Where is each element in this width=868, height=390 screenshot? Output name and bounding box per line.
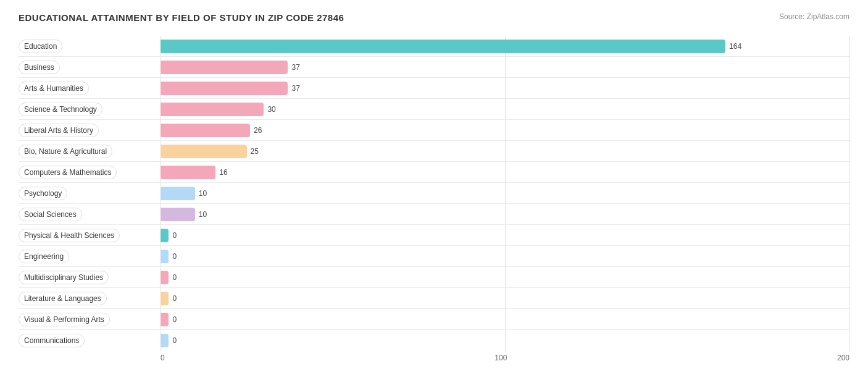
- bar-track: 26: [161, 124, 849, 137]
- bar-label: Arts & Humanities: [19, 82, 89, 95]
- bar-label: Social Sciences: [19, 208, 82, 221]
- bar-track: 0: [161, 271, 849, 284]
- bar-label: Psychology: [19, 187, 67, 200]
- x-ticks-area: 0 100 200: [161, 351, 849, 362]
- bar-fill: [161, 166, 215, 179]
- bar-value: 0: [172, 294, 177, 303]
- bar-fill: [161, 271, 169, 284]
- bar-track: 0: [161, 292, 849, 305]
- bar-value: 37: [291, 84, 299, 93]
- source-label: Source: ZipAtlas.com: [779, 12, 849, 21]
- label-container: Science & Technology: [19, 103, 161, 116]
- bar-fill: [161, 187, 195, 200]
- bar-value: 16: [219, 168, 227, 177]
- bar-track: 10: [161, 208, 849, 221]
- bar-fill: [161, 208, 195, 221]
- bar-track: 0: [161, 313, 849, 326]
- chart-area: Education164Business37Arts & Humanities3…: [19, 36, 849, 351]
- bar-value: 26: [254, 126, 262, 135]
- chart-container: EDUCATIONAL ATTAINMENT BY FIELD OF STUDY…: [19, 12, 849, 362]
- bar-track: 0: [161, 334, 849, 347]
- bar-fill: [161, 82, 288, 95]
- bar-fill: [161, 145, 247, 158]
- label-container: Engineering: [19, 250, 161, 263]
- bar-value: 25: [251, 147, 259, 156]
- bar-track: 16: [161, 166, 849, 179]
- bar-label: Bio, Nature & Agricultural: [19, 145, 112, 158]
- bar-label: Science & Technology: [19, 103, 102, 116]
- bar-track: 10: [161, 187, 849, 200]
- bar-row: Computers & Mathematics16: [19, 162, 849, 183]
- x-axis-container: 0 100 200: [19, 351, 849, 362]
- bar-fill: [161, 334, 169, 347]
- bar-fill: [161, 229, 169, 242]
- bar-row: Communications0: [19, 330, 849, 351]
- bar-value: 10: [199, 189, 207, 198]
- bar-row: Education164: [19, 36, 849, 57]
- bar-fill: [161, 124, 250, 137]
- bar-row: Engineering0: [19, 246, 849, 267]
- bar-fill: [161, 40, 725, 53]
- bar-track: 164: [161, 40, 849, 53]
- bar-track: 37: [161, 82, 849, 95]
- bar-value: 30: [267, 105, 275, 114]
- x-tick-labels: 0 100 200: [161, 351, 849, 362]
- bar-row: Psychology10: [19, 183, 849, 204]
- label-container: Physical & Health Sciences: [19, 229, 161, 242]
- bar-track: 37: [161, 61, 849, 74]
- bar-value: 0: [172, 231, 177, 240]
- label-container: Computers & Mathematics: [19, 166, 161, 179]
- bar-label: Liberal Arts & History: [19, 124, 99, 137]
- bar-label: Multidisciplinary Studies: [19, 271, 109, 284]
- bar-value: 0: [172, 336, 177, 345]
- bar-track: 30: [161, 103, 849, 116]
- bar-row: Multidisciplinary Studies0: [19, 267, 849, 288]
- bar-row: Liberal Arts & History26: [19, 120, 849, 141]
- bar-value: 164: [729, 42, 741, 51]
- bar-fill: [161, 61, 288, 74]
- label-container: Bio, Nature & Agricultural: [19, 145, 161, 158]
- bar-row: Visual & Performing Arts0: [19, 309, 849, 330]
- label-container: Business: [19, 61, 161, 74]
- bar-row: Bio, Nature & Agricultural25: [19, 141, 849, 162]
- bar-track: 0: [161, 250, 849, 263]
- bar-label: Physical & Health Sciences: [19, 229, 120, 242]
- bar-row: Business37: [19, 57, 849, 78]
- bar-fill: [161, 250, 169, 263]
- bar-fill: [161, 313, 169, 326]
- label-container: Communications: [19, 334, 161, 347]
- label-container: Social Sciences: [19, 208, 161, 221]
- bar-row: Social Sciences10: [19, 204, 849, 225]
- label-container: Liberal Arts & History: [19, 124, 161, 137]
- bar-track: 0: [161, 229, 849, 242]
- bar-label: Visual & Performing Arts: [19, 313, 110, 326]
- label-container: Literature & Languages: [19, 292, 161, 305]
- bar-label: Engineering: [19, 250, 69, 263]
- bar-value: 0: [172, 273, 177, 282]
- bar-track: 25: [161, 145, 849, 158]
- bar-value: 0: [172, 252, 177, 261]
- label-container: Arts & Humanities: [19, 82, 161, 95]
- bar-label: Business: [19, 61, 60, 74]
- x-tick-200: 200: [837, 354, 849, 362]
- chart-title: EDUCATIONAL ATTAINMENT BY FIELD OF STUDY…: [19, 12, 344, 23]
- x-tick-100: 100: [495, 354, 507, 362]
- bar-value: 10: [199, 210, 207, 219]
- label-container: Visual & Performing Arts: [19, 313, 161, 326]
- bar-label: Computers & Mathematics: [19, 166, 117, 179]
- bar-label: Communications: [19, 334, 85, 347]
- label-container: Multidisciplinary Studies: [19, 271, 161, 284]
- bar-row: Literature & Languages0: [19, 288, 849, 309]
- bar-fill: [161, 292, 169, 305]
- bar-row: Arts & Humanities37: [19, 78, 849, 99]
- bar-row: Physical & Health Sciences0: [19, 225, 849, 246]
- bar-label: Literature & Languages: [19, 292, 107, 305]
- x-tick-0: 0: [161, 354, 165, 362]
- bar-value: 0: [172, 315, 177, 324]
- label-container: Education: [19, 40, 161, 53]
- bar-fill: [161, 103, 264, 116]
- bar-value: 37: [291, 63, 299, 72]
- bar-label: Education: [19, 40, 62, 53]
- bars-wrapper: Education164Business37Arts & Humanities3…: [19, 36, 849, 351]
- bar-row: Science & Technology30: [19, 99, 849, 120]
